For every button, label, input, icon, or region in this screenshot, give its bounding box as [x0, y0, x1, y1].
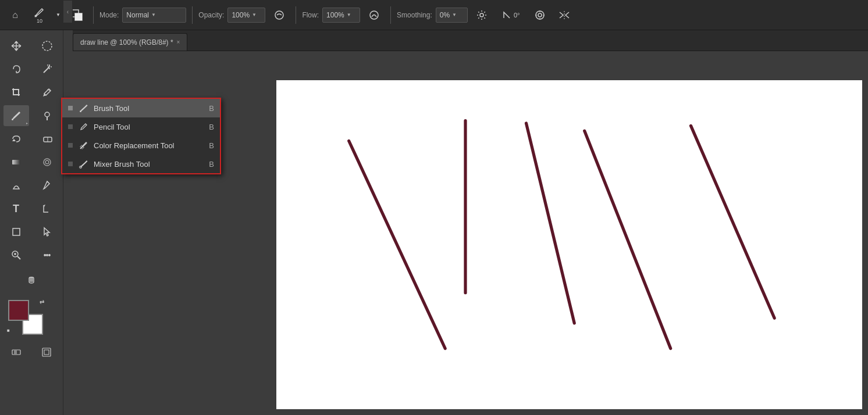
- marquee-icon: [41, 40, 53, 52]
- svg-rect-3: [75, 13, 82, 20]
- menu-item-color-replacement[interactable]: Color Replacement Tool B: [62, 136, 220, 155]
- mixer-brush-shortcut: B: [209, 160, 214, 169]
- smoothing-value: 0%: [440, 11, 450, 19]
- flow-value: 100%: [326, 11, 344, 19]
- svg-point-19: [51, 66, 52, 67]
- tab-title: draw line @ 100% (RGB/8#) *: [80, 38, 173, 46]
- brush-tool-left-button[interactable]: ▸: [3, 105, 29, 126]
- foreground-color-swatch[interactable]: [8, 300, 29, 321]
- angle-button[interactable]: 0°: [496, 5, 526, 26]
- left-panel: ▸: [0, 30, 63, 415]
- extra-icon: •••: [44, 251, 51, 260]
- svg-rect-37: [14, 350, 17, 355]
- svg-point-28: [44, 159, 51, 166]
- panel-collapse-button[interactable]: ‹: [63, 0, 73, 23]
- pointer-icon: [41, 226, 53, 238]
- opacity-caret-icon: ▼: [252, 12, 257, 17]
- zoom-icon: [10, 249, 22, 261]
- menu-item-pencil-tool[interactable]: Pencil Tool B: [62, 117, 220, 136]
- clone-stamp-button[interactable]: [34, 105, 60, 126]
- svg-point-29: [45, 160, 49, 164]
- extra-tool-button[interactable]: •••: [34, 245, 60, 266]
- settings-button[interactable]: [471, 5, 492, 26]
- svg-point-8: [538, 13, 542, 17]
- blur-button[interactable]: [34, 152, 60, 173]
- shape-tool-button[interactable]: [3, 221, 29, 242]
- target-icon: [535, 10, 545, 20]
- brush-tool-button[interactable]: 10: [29, 5, 50, 26]
- pencil-menu-icon: [79, 121, 89, 132]
- magic-wand-button[interactable]: [34, 59, 60, 80]
- pen-icon: [41, 180, 53, 191]
- pen-tool-button[interactable]: [34, 175, 60, 196]
- menu-bullet-color-replace: [68, 143, 73, 148]
- canvas-document: [276, 80, 862, 409]
- lasso-tool-button[interactable]: [3, 59, 29, 80]
- flow-dropdown[interactable]: 100% ▼: [322, 8, 360, 23]
- eyedropper-button[interactable]: [34, 82, 60, 103]
- gradient-button[interactable]: [3, 152, 29, 173]
- reset-colors-icon[interactable]: ■: [7, 328, 15, 336]
- mixer-brush-menu-icon: [79, 159, 89, 169]
- tab-bar: draw line @ 100% (RGB/8#) * ×: [73, 30, 868, 51]
- home-button[interactable]: ⌂: [5, 5, 26, 26]
- context-menu: Brush Tool B Pencil Tool B Color Replace…: [61, 98, 221, 174]
- smoothing-label: Smoothing:: [397, 11, 432, 19]
- flow-pressure-button[interactable]: [364, 5, 385, 26]
- screen-mode-icon: [41, 347, 52, 357]
- menu-item-mixer-brush[interactable]: Mixer Brush Tool B: [62, 155, 220, 173]
- marquee-tool-button[interactable]: [34, 35, 60, 56]
- pointer-tool-button[interactable]: [34, 221, 60, 242]
- tab-close-button[interactable]: ×: [177, 39, 180, 45]
- mode-value: Normal: [126, 11, 149, 19]
- type-tool-button[interactable]: T: [3, 198, 29, 219]
- smoothing-caret-icon: ▼: [452, 12, 457, 17]
- document-tab[interactable]: draw line @ 100% (RGB/8#) * ×: [73, 33, 187, 51]
- svg-line-43: [585, 131, 671, 348]
- opacity-pressure-button[interactable]: [269, 5, 290, 26]
- symmetry-icon: [558, 10, 571, 20]
- top-toolbar: ⌂ 10 ▼ Mode: Normal ▼ Opacity: 100% ▼: [0, 0, 868, 30]
- chevron-down-icon: ▼: [56, 12, 61, 17]
- color-replacement-label: Color Replacement Tool: [94, 141, 204, 150]
- svg-point-14: [42, 41, 52, 51]
- flow-pressure-icon: [369, 10, 379, 20]
- brush-icon: [34, 6, 45, 18]
- lasso-icon: [10, 63, 22, 75]
- brush-dropdown-button[interactable]: ▼: [54, 5, 63, 26]
- swap-colors-icon[interactable]: ⇄: [40, 299, 44, 305]
- crop-tool-button[interactable]: [3, 82, 29, 103]
- svg-line-15: [44, 67, 49, 73]
- dodge-icon: [10, 180, 22, 191]
- menu-bullet-brush: [68, 106, 73, 110]
- symmetry-button[interactable]: [554, 5, 575, 26]
- move-tool-button[interactable]: [3, 35, 29, 56]
- svg-line-40: [349, 141, 445, 348]
- smoothing-dropdown[interactable]: 0% ▼: [436, 8, 468, 23]
- eraser-icon: [41, 133, 53, 145]
- zoom-tool-button[interactable]: [3, 245, 29, 266]
- hand-tool-button[interactable]: [19, 268, 44, 289]
- history-brush-button[interactable]: [3, 128, 29, 149]
- opacity-dropdown[interactable]: 100% ▼: [227, 8, 265, 23]
- opacity-label: Opacity:: [198, 11, 224, 19]
- screen-mode-button[interactable]: [35, 344, 58, 361]
- target-button[interactable]: [529, 5, 550, 26]
- quick-mask-button[interactable]: [5, 344, 28, 361]
- brush-size-label: 10: [37, 18, 42, 24]
- svg-point-7: [536, 11, 544, 19]
- brush-sub-indicator: ▸: [26, 121, 28, 125]
- menu-item-brush-tool[interactable]: Brush Tool B: [62, 99, 220, 117]
- dodge-button[interactable]: [3, 175, 29, 196]
- mode-dropdown[interactable]: Normal ▼: [122, 8, 186, 23]
- gradient-icon: [10, 156, 22, 168]
- eraser-button[interactable]: [34, 128, 60, 149]
- mode-caret-icon: ▼: [151, 12, 156, 17]
- mixer-brush-label: Mixer Brush Tool: [94, 160, 204, 169]
- opacity-value: 100%: [232, 11, 250, 19]
- svg-line-42: [526, 123, 574, 323]
- brush-menu-icon: [79, 103, 89, 113]
- svg-point-6: [480, 13, 483, 17]
- path-select-button[interactable]: [34, 198, 60, 219]
- pencil-tool-shortcut: B: [209, 123, 214, 131]
